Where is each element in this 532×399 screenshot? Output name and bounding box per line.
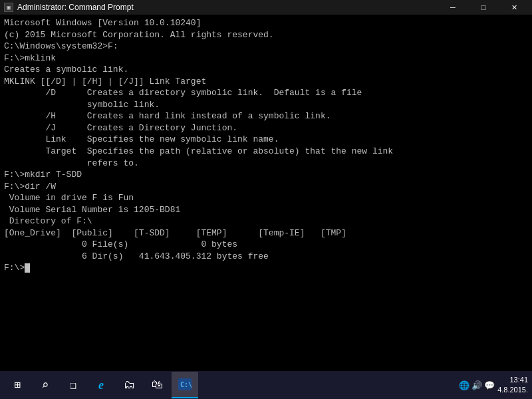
- titlebar-left: ▣ Administrator: Command Prompt: [4, 3, 134, 12]
- terminal-line: F:\>mklink: [4, 53, 528, 65]
- clock-date: 4.8.2015.: [497, 385, 528, 395]
- titlebar: ▣ Administrator: Command Prompt ─ □ ✕: [0, 0, 532, 15]
- terminal-line: Volume in drive F is Fun: [4, 192, 528, 204]
- volume-icon: 🔊: [471, 380, 482, 390]
- cursor: [25, 263, 30, 273]
- svg-text:C:\: C:\: [180, 381, 192, 388]
- terminal-line: 0 File(s) 0 bytes: [4, 239, 528, 251]
- terminal-line: /H Creates a hard link instead of a symb…: [4, 110, 528, 122]
- terminal-line: F:\>dir /W: [4, 181, 528, 193]
- cmd-icon: C:\: [178, 378, 192, 390]
- edge-browser-button[interactable]: e: [88, 372, 114, 398]
- terminal-line: symbolic link.: [4, 99, 528, 111]
- terminal-line: F:\>mkdir T-SDD: [4, 169, 528, 181]
- terminal-line: Link Specifies the new symbolic link nam…: [4, 134, 528, 146]
- terminal-line: Microsoft Windows [Version 10.0.10240]: [4, 17, 528, 29]
- terminal-line: [One_Drive] [Public] [T-SDD] [TEMP] [Tem…: [4, 227, 528, 239]
- taskbar: ⊞ ⌕ ❑ e 🗂 🛍 C:\ 🌐 🔊 💬 13:41 4.8.2015.: [0, 371, 532, 399]
- terminal-line: C:\Windows\system32>F:: [4, 41, 528, 53]
- close-button[interactable]: ✕: [499, 0, 529, 15]
- start-button[interactable]: ⊞: [4, 372, 31, 398]
- taskbar-left: ⊞ ⌕ ❑ e 🗂 🛍 C:\: [4, 372, 198, 398]
- explorer-button[interactable]: 🗂: [116, 372, 142, 398]
- minimize-button[interactable]: ─: [438, 0, 468, 15]
- tray-icons: 🌐 🔊 💬: [459, 380, 495, 390]
- terminal-line: Creates a symbolic link.: [4, 64, 528, 76]
- terminal-line: F:\>: [4, 262, 528, 274]
- terminal-line: refers to.: [4, 158, 528, 170]
- titlebar-app-icon: ▣: [4, 3, 13, 12]
- network-icon: 🌐: [459, 380, 469, 390]
- titlebar-title: Administrator: Command Prompt: [17, 3, 134, 12]
- terminal-line: /D Creates a directory symbolic link. De…: [4, 87, 528, 99]
- store-button[interactable]: 🛍: [144, 372, 170, 398]
- cmd-button[interactable]: C:\: [172, 372, 198, 398]
- task-view-button[interactable]: ❑: [60, 372, 86, 398]
- maximize-button[interactable]: □: [468, 0, 499, 15]
- terminal-line: (c) 2015 Microsoft Corporation. All righ…: [4, 29, 528, 41]
- terminal-line: 6 Dir(s) 41.643.405.312 bytes free: [4, 251, 528, 263]
- terminal-line: Volume Serial Number is 1205-BD81: [4, 204, 528, 216]
- terminal-line: MKLINK [[/D] | [/H] | [/J]] Link Target: [4, 76, 528, 88]
- titlebar-controls: ─ □ ✕: [438, 0, 529, 15]
- terminal-line: Directory of F:\: [4, 215, 528, 227]
- terminal-line: Target Specifies the path (relative or a…: [4, 146, 528, 158]
- terminal-window[interactable]: Microsoft Windows [Version 10.0.10240](c…: [0, 15, 532, 371]
- notification-icon: 💬: [484, 380, 495, 390]
- search-button[interactable]: ⌕: [32, 372, 59, 398]
- taskbar-right: 🌐 🔊 💬 13:41 4.8.2015.: [459, 375, 528, 396]
- system-clock: 13:41 4.8.2015.: [497, 375, 528, 396]
- terminal-line: /J Creates a Directory Junction.: [4, 122, 528, 134]
- clock-time: 13:41: [497, 375, 528, 385]
